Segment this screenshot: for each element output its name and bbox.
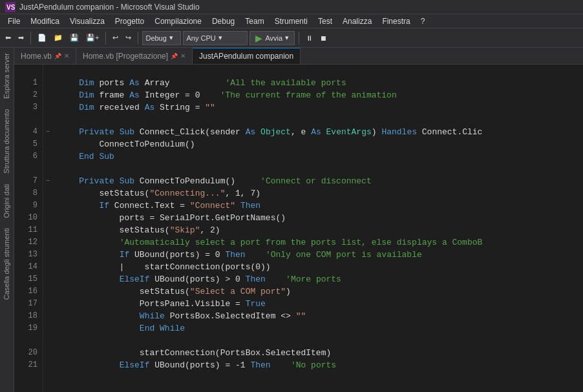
ln-11: 11	[21, 224, 37, 236]
plain-4d: , e	[291, 126, 311, 138]
menu-visualizza[interactable]: Visualizza	[65, 15, 110, 27]
plain-17a: PortsPanel.Visible =	[59, 298, 246, 310]
fg-6	[43, 150, 52, 163]
menu-test[interactable]: Test	[313, 15, 337, 27]
sidebar-tab-structure[interactable]: Struttura documento	[0, 104, 14, 179]
kw-while-end: While	[160, 322, 185, 335]
sep2	[105, 32, 106, 45]
menu-team[interactable]: Team	[240, 15, 269, 27]
str-16: "Select a COM port"	[190, 285, 286, 298]
sidebar-tab-server[interactable]: Esplora server	[0, 48, 14, 104]
tab-bar: Home.vb 📌 ✕ Home.vb [Progettazione] 📌 ✕ …	[14, 48, 583, 65]
vs-logo: VS	[5, 2, 16, 12]
code-line-2: Dim frame As Integer = 0 'The current fr…	[59, 89, 583, 101]
plain-21b	[271, 359, 291, 371]
kw-dim-1: Dim	[59, 77, 94, 89]
left-sidebar: Esplora server Struttura documento Origi…	[0, 48, 14, 392]
ln-21: 21	[21, 359, 37, 371]
sidebar-tab-data[interactable]: Origini dati	[0, 179, 14, 223]
code-line-20: startConnection(PortsBox.SelectedItem)	[59, 347, 583, 359]
kw-dim-3: Dim	[59, 101, 94, 114]
plain-4c	[255, 126, 260, 138]
code-line-5: ConnectToPendulum()	[59, 138, 583, 150]
code-content[interactable]: Dim ports As Array 'All the available po…	[52, 65, 583, 392]
menu-strumenti[interactable]: Strumenti	[270, 15, 313, 27]
kw-while: While	[140, 310, 165, 322]
fold-gutter: − −	[43, 65, 52, 392]
tab-justapendulum[interactable]: JustAPendulum companion	[193, 48, 301, 64]
undo-btn[interactable]: ↩	[110, 32, 121, 43]
new-project-btn[interactable]: 📄	[35, 32, 49, 43]
kw-if-2: If	[120, 249, 130, 261]
plain-16b: )	[286, 285, 291, 298]
plain-21a: UBound(ports) = -1	[149, 359, 250, 371]
plain-15indent	[59, 273, 120, 285]
ln-blank4	[21, 335, 37, 347]
kw-as-1: As	[129, 77, 140, 89]
close-tab-0[interactable]: ✕	[64, 52, 69, 59]
platform-arrow: ▾	[218, 34, 222, 42]
plain-1: ports	[94, 77, 130, 89]
save-btn[interactable]: 💾	[67, 32, 81, 43]
menu-finestra[interactable]: Finestra	[377, 15, 415, 27]
fg-10	[43, 212, 52, 224]
str-18: ""	[296, 310, 306, 322]
code-line-8: setStatus( "Connecting..." , 1, 7)	[59, 187, 583, 200]
menu-debug[interactable]: Debug	[207, 15, 240, 27]
fg-11	[43, 224, 52, 236]
plain-12indent	[59, 236, 120, 249]
main-layout: Esplora server Struttura documento Origi…	[0, 48, 583, 392]
ln-7: 7	[21, 175, 37, 187]
platform-dropdown[interactable]: Any CPU ▾	[183, 31, 248, 45]
ln-13: 13	[21, 249, 37, 261]
menu-analizza[interactable]: Analizza	[337, 15, 377, 27]
code-line-16: setStatus( "Select a COM port" )	[59, 285, 583, 298]
plain-4e	[321, 126, 326, 138]
code-editor[interactable]: 1 2 3 4 5 6 7 8 9 10 11 12 13 14 15 16 1…	[14, 65, 583, 392]
tab-home-design-label: Home.vb [Progettazione]	[83, 52, 168, 61]
menu-help[interactable]: ?	[416, 15, 430, 27]
pin-icon-1: 📌	[171, 53, 178, 59]
close-tab-1[interactable]: ✕	[180, 52, 186, 59]
fg-9	[43, 200, 52, 212]
ln-3: 3	[21, 101, 37, 114]
kw-then-1: Then	[240, 200, 260, 212]
plain-18indent	[59, 310, 140, 322]
menu-compilazione[interactable]: Compilazione	[149, 15, 207, 27]
config-dropdown[interactable]: Debug ▾	[142, 31, 181, 45]
fg-4[interactable]: −	[43, 126, 52, 138]
tab-home-design[interactable]: Home.vb [Progettazione] 📌 ✕	[76, 48, 193, 64]
redo-btn[interactable]: ↪	[123, 32, 134, 43]
fg-15	[43, 273, 52, 285]
ln-1: 1	[21, 77, 37, 89]
kw-then-4: Then	[250, 359, 270, 371]
start-button[interactable]: ▶ Avvia ▾	[249, 31, 295, 45]
kw-as-4: As	[246, 126, 256, 138]
plain-9b	[235, 200, 240, 212]
ln-15: 15	[21, 273, 37, 285]
fg-7[interactable]: −	[43, 175, 52, 187]
back-btn[interactable]: ⬅	[3, 32, 14, 43]
kw-sub-2: Sub	[120, 175, 134, 187]
menu-modifica[interactable]: Modifica	[25, 15, 65, 27]
forward-btn[interactable]: ➡	[16, 32, 26, 43]
platform-label: Any CPU	[186, 34, 215, 42]
titlebar-text: JustAPendulum companion - Microsoft Visu…	[19, 3, 200, 12]
plain-2b: Integer = 0	[140, 89, 220, 101]
open-btn[interactable]: 📁	[51, 32, 65, 43]
fg-18	[43, 310, 52, 322]
save-all-btn[interactable]: 💾+	[83, 32, 101, 43]
fg-3	[43, 101, 52, 114]
stop-btn[interactable]: ⏹	[317, 33, 330, 43]
menu-file[interactable]: File	[3, 15, 25, 27]
menu-progetto[interactable]: Progetto	[110, 15, 149, 27]
code-line-13: If UBound(ports) = 0 Then 'Only one COM …	[59, 249, 583, 261]
pause-btn[interactable]: ⏸	[303, 33, 315, 43]
plain-8a: setStatus(	[59, 187, 149, 200]
ln-blank2	[21, 114, 37, 126]
plain-4f: )	[372, 126, 382, 138]
start-label: Avvia	[265, 34, 282, 42]
tab-home-vb[interactable]: Home.vb 📌 ✕	[14, 48, 76, 64]
sidebar-tab-toolbox[interactable]: Casella degli strumenti	[0, 223, 14, 305]
plain-20: startConnection(PortsBox.SelectedItem)	[59, 347, 331, 359]
